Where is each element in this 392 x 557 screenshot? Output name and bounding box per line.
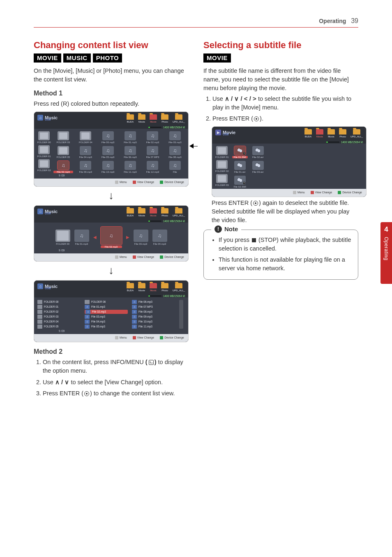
method2-step3: Press ENTER () to change the content lis… [43,389,189,398]
mock-tabs: BUDA Movie Music Photo UPD_ALL_ [127,114,185,123]
intro-right: If the subtitle file name is different f… [203,67,358,93]
screenshot-list-view: ♫Music USB BUDA Movie Music Photo UPD_AL… [34,280,189,342]
running-head-page: 39 [351,17,358,24]
note-bang-icon: ! [214,225,222,233]
running-head-section: Operating [319,18,346,24]
down-arrow-icon: ↓ [34,189,189,202]
pointer-line [194,146,198,146]
method2-title: Method 2 [34,348,189,355]
scrollbar[interactable] [179,300,183,329]
pointer-arrow-icon [189,144,194,149]
subtitle-step2: Press ENTER (). [212,114,358,123]
screenshot-grid-view: ♫Music USB BUDA Movie Music Photo UPD_AL… [34,111,189,187]
header-rule [34,27,358,28]
label-movie: MOVIE [34,53,61,63]
music-icon: ♫ [37,209,43,214]
method2-step1: On the content list, press INFO/MENU () … [43,358,189,375]
enter-icon [84,391,89,396]
note-item-1: If you press (STOP) while playback, the … [219,236,352,253]
method2-step2: Use ∧ / ∨ to select the [View Change] op… [43,378,189,387]
category-labels-right: MOVIE [203,53,358,63]
stop-icon [252,238,256,242]
music-icon: ♫ [37,283,43,289]
method1-title: Method 1 [34,90,189,97]
label-music: MUSIC [63,53,91,63]
enter-icon [253,201,258,206]
side-tab-label: Operating [383,237,389,260]
category-labels-left: MOVIE MUSIC PHOTO [34,53,189,63]
fourway-arrows-icon: ∧ / ∨ / < / > [225,95,256,102]
intro-left: On the [Movie], [Music] or [Photo] menu,… [34,67,189,84]
down-arrow-icon: ↓ [34,264,189,277]
subtitle-steps: Use ∧ / ∨ / < / > to select the subtitle… [203,94,358,123]
note-item-2: This function is not available for playi… [219,255,352,273]
subtitle-step1: Use ∧ / ∨ / < / > to select the subtitle… [212,94,358,112]
right-column: Selecting a subtitle file MOVIE If the s… [203,39,358,400]
label-movie: MOVIE [203,53,231,63]
side-tab-number: 4 [384,225,388,234]
movie-icon: ▶ [215,130,221,135]
enter-icon [254,116,259,121]
music-icon: ♫ [37,115,43,121]
screenshot-movie-menu: ▶Movie USB BUDA Movie Music Photo UPD_AL… [212,126,367,197]
info-menu-icon [149,360,154,365]
running-head: Operating 39 [319,17,358,25]
side-tab: 4 Operating [380,222,392,284]
chevron-left-icon: ◀ [93,235,97,239]
label-photo: PHOTO [93,53,122,63]
heading-right: Selecting a subtitle file [203,39,358,51]
note-title: Note [224,225,238,232]
heading-left: Changing content list view [34,39,189,51]
method2-list: On the content list, press INFO/MENU () … [34,358,189,398]
screenshot-carousel-view: ♫Music USB BUDA Movie Music Photo UPD_AL… [34,205,189,262]
chevron-right-icon: ▶ [126,235,129,239]
after-screenshot-text: Press ENTER () again to deselect the sub… [212,199,358,225]
updown-arrows-icon: ∧ / ∨ [55,378,69,385]
note-box: ! Note If you press (STOP) while playbac… [203,230,358,280]
left-column: Changing content list view MOVIE MUSIC P… [34,39,189,400]
method1-text: Press red (R) colored button repeatedly. [34,100,189,108]
